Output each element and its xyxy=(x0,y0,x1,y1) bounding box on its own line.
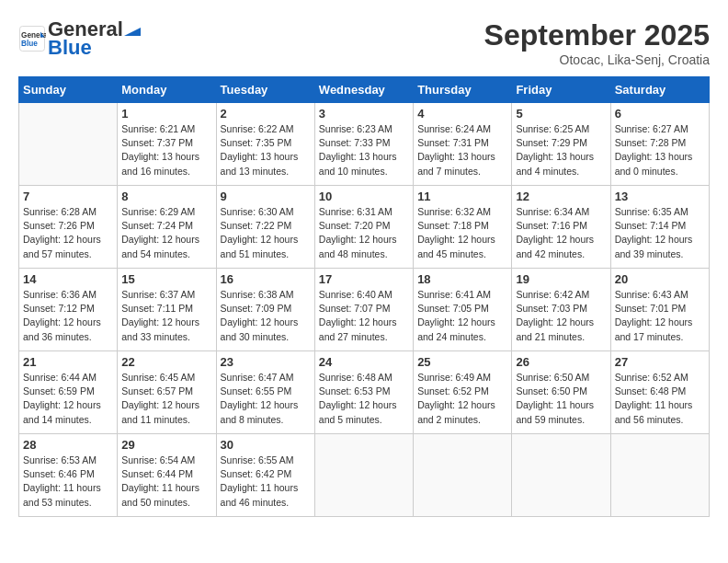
calendar-cell: 23Sunrise: 6:47 AMSunset: 6:55 PMDayligh… xyxy=(216,351,314,434)
calendar-cell: 3Sunrise: 6:23 AMSunset: 7:33 PMDaylight… xyxy=(314,103,413,186)
calendar-cell: 14Sunrise: 6:36 AMSunset: 7:12 PMDayligh… xyxy=(19,269,118,351)
day-number: 3 xyxy=(319,107,409,121)
day-info: Sunrise: 6:27 AMSunset: 7:28 PMDaylight:… xyxy=(615,122,705,178)
calendar-cell: 20Sunrise: 6:43 AMSunset: 7:01 PMDayligh… xyxy=(610,269,709,351)
calendar-cell: 6Sunrise: 6:27 AMSunset: 7:28 PMDaylight… xyxy=(610,103,709,186)
calendar-cell: 12Sunrise: 6:34 AMSunset: 7:16 PMDayligh… xyxy=(512,186,610,269)
day-info: Sunrise: 6:24 AMSunset: 7:31 PMDaylight:… xyxy=(417,122,507,178)
weekday-header-wednesday: Wednesday xyxy=(314,77,413,103)
calendar-cell: 28Sunrise: 6:53 AMSunset: 6:46 PMDayligh… xyxy=(19,434,118,517)
day-number: 18 xyxy=(417,272,507,286)
calendar-cell: 2Sunrise: 6:22 AMSunset: 7:35 PMDaylight… xyxy=(216,103,314,186)
calendar-cell: 10Sunrise: 6:31 AMSunset: 7:20 PMDayligh… xyxy=(314,186,413,269)
day-number: 13 xyxy=(615,190,705,203)
day-number: 28 xyxy=(23,438,113,452)
day-number: 21 xyxy=(23,355,113,369)
day-number: 9 xyxy=(221,190,311,203)
calendar-week-row: 21Sunrise: 6:44 AMSunset: 6:59 PMDayligh… xyxy=(19,351,710,434)
calendar-cell xyxy=(314,434,413,517)
calendar-cell: 18Sunrise: 6:41 AMSunset: 7:05 PMDayligh… xyxy=(414,269,512,351)
day-info: Sunrise: 6:42 AMSunset: 7:03 PMDaylight:… xyxy=(516,288,606,344)
day-info: Sunrise: 6:43 AMSunset: 7:01 PMDaylight:… xyxy=(615,288,705,344)
day-number: 29 xyxy=(121,438,211,452)
calendar-cell: 5Sunrise: 6:25 AMSunset: 7:29 PMDaylight… xyxy=(512,103,610,186)
weekday-header-friday: Friday xyxy=(512,77,610,103)
day-info: Sunrise: 6:21 AMSunset: 7:37 PMDaylight:… xyxy=(121,122,211,178)
calendar-cell: 25Sunrise: 6:49 AMSunset: 6:52 PMDayligh… xyxy=(414,351,512,434)
day-info: Sunrise: 6:38 AMSunset: 7:09 PMDaylight:… xyxy=(221,288,311,344)
weekday-header-sunday: Sunday xyxy=(19,77,118,103)
calendar-cell: 1Sunrise: 6:21 AMSunset: 7:37 PMDaylight… xyxy=(118,103,216,186)
page-header: General Blue General Blue September 2025… xyxy=(18,18,710,67)
calendar-cell: 9Sunrise: 6:30 AMSunset: 7:22 PMDaylight… xyxy=(216,186,314,269)
location-subtitle: Otocac, Lika-Senj, Croatia xyxy=(484,52,710,67)
day-info: Sunrise: 6:37 AMSunset: 7:11 PMDaylight:… xyxy=(121,288,211,344)
calendar-cell: 29Sunrise: 6:54 AMSunset: 6:44 PMDayligh… xyxy=(118,434,216,517)
day-number: 20 xyxy=(615,272,705,286)
day-info: Sunrise: 6:40 AMSunset: 7:07 PMDaylight:… xyxy=(319,288,409,344)
day-info: Sunrise: 6:55 AMSunset: 6:42 PMDaylight:… xyxy=(221,454,311,510)
day-info: Sunrise: 6:53 AMSunset: 6:46 PMDaylight:… xyxy=(23,454,113,510)
calendar-cell: 16Sunrise: 6:38 AMSunset: 7:09 PMDayligh… xyxy=(216,269,314,351)
calendar-week-row: 1Sunrise: 6:21 AMSunset: 7:37 PMDaylight… xyxy=(19,103,710,186)
calendar-cell: 4Sunrise: 6:24 AMSunset: 7:31 PMDaylight… xyxy=(414,103,512,186)
day-number: 7 xyxy=(23,190,113,203)
day-number: 6 xyxy=(615,107,705,121)
weekday-header-tuesday: Tuesday xyxy=(216,77,314,103)
day-info: Sunrise: 6:41 AMSunset: 7:05 PMDaylight:… xyxy=(417,288,507,344)
calendar-week-row: 28Sunrise: 6:53 AMSunset: 6:46 PMDayligh… xyxy=(19,434,710,517)
calendar-week-row: 14Sunrise: 6:36 AMSunset: 7:12 PMDayligh… xyxy=(19,269,710,351)
calendar-cell xyxy=(512,434,610,517)
day-number: 26 xyxy=(516,355,606,369)
day-info: Sunrise: 6:30 AMSunset: 7:22 PMDaylight:… xyxy=(221,205,311,261)
calendar-cell: 26Sunrise: 6:50 AMSunset: 6:50 PMDayligh… xyxy=(512,351,610,434)
day-info: Sunrise: 6:32 AMSunset: 7:18 PMDaylight:… xyxy=(417,205,507,261)
day-number: 12 xyxy=(516,190,606,203)
day-info: Sunrise: 6:28 AMSunset: 7:26 PMDaylight:… xyxy=(23,205,113,261)
logo-triangle-icon xyxy=(124,19,141,36)
calendar-cell: 21Sunrise: 6:44 AMSunset: 6:59 PMDayligh… xyxy=(19,351,118,434)
day-info: Sunrise: 6:49 AMSunset: 6:52 PMDaylight:… xyxy=(417,371,507,427)
calendar-cell xyxy=(610,434,709,517)
calendar-cell: 15Sunrise: 6:37 AMSunset: 7:11 PMDayligh… xyxy=(118,269,216,351)
svg-marker-4 xyxy=(124,28,141,36)
title-block: September 2025 Otocac, Lika-Senj, Croati… xyxy=(484,18,710,67)
calendar-cell: 17Sunrise: 6:40 AMSunset: 7:07 PMDayligh… xyxy=(314,269,413,351)
day-number: 24 xyxy=(319,355,409,369)
calendar-cell xyxy=(19,103,118,186)
day-info: Sunrise: 6:50 AMSunset: 6:50 PMDaylight:… xyxy=(516,371,606,427)
day-number: 22 xyxy=(121,355,211,369)
day-number: 16 xyxy=(221,272,311,286)
day-info: Sunrise: 6:48 AMSunset: 6:53 PMDaylight:… xyxy=(319,371,409,427)
day-number: 15 xyxy=(121,272,211,286)
day-number: 2 xyxy=(221,107,311,121)
calendar-cell: 24Sunrise: 6:48 AMSunset: 6:53 PMDayligh… xyxy=(314,351,413,434)
weekday-header-monday: Monday xyxy=(118,77,216,103)
weekday-header-saturday: Saturday xyxy=(610,77,709,103)
calendar-cell: 27Sunrise: 6:52 AMSunset: 6:48 PMDayligh… xyxy=(610,351,709,434)
day-info: Sunrise: 6:47 AMSunset: 6:55 PMDaylight:… xyxy=(221,371,311,427)
day-number: 8 xyxy=(121,190,211,203)
month-title: September 2025 xyxy=(484,18,710,52)
day-number: 23 xyxy=(221,355,311,369)
day-number: 4 xyxy=(417,107,507,121)
day-info: Sunrise: 6:34 AMSunset: 7:16 PMDaylight:… xyxy=(516,205,606,261)
day-info: Sunrise: 6:31 AMSunset: 7:20 PMDaylight:… xyxy=(319,205,409,261)
weekday-header-thursday: Thursday xyxy=(414,77,512,103)
day-number: 25 xyxy=(417,355,507,369)
day-info: Sunrise: 6:25 AMSunset: 7:29 PMDaylight:… xyxy=(516,122,606,178)
calendar-cell xyxy=(414,434,512,517)
day-info: Sunrise: 6:45 AMSunset: 6:57 PMDaylight:… xyxy=(121,371,211,427)
day-info: Sunrise: 6:22 AMSunset: 7:35 PMDaylight:… xyxy=(221,122,311,178)
day-info: Sunrise: 6:44 AMSunset: 6:59 PMDaylight:… xyxy=(23,371,113,427)
day-number: 11 xyxy=(417,190,507,203)
day-info: Sunrise: 6:54 AMSunset: 6:44 PMDaylight:… xyxy=(121,454,211,510)
calendar-cell: 19Sunrise: 6:42 AMSunset: 7:03 PMDayligh… xyxy=(512,269,610,351)
day-number: 10 xyxy=(319,190,409,203)
day-number: 17 xyxy=(319,272,409,286)
day-number: 30 xyxy=(221,438,311,452)
calendar-table: SundayMondayTuesdayWednesdayThursdayFrid… xyxy=(18,76,710,517)
day-number: 14 xyxy=(23,272,113,286)
calendar-cell: 11Sunrise: 6:32 AMSunset: 7:18 PMDayligh… xyxy=(414,186,512,269)
calendar-cell: 13Sunrise: 6:35 AMSunset: 7:14 PMDayligh… xyxy=(610,186,709,269)
